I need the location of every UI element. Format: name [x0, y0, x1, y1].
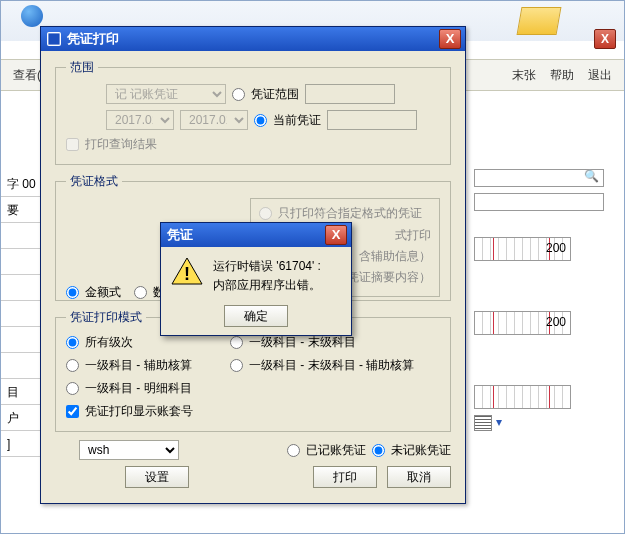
- warning-icon: !: [171, 257, 203, 285]
- chk-print-query[interactable]: 打印查询结果: [66, 136, 157, 153]
- radio-l1-end-aux[interactable]: 一级科目 - 末级科目 - 辅助核算: [230, 357, 414, 374]
- error-titlebar[interactable]: 凭证 X: [161, 223, 351, 247]
- radio-booked[interactable]: 已记账凭证: [287, 442, 366, 459]
- toolbar-item-view[interactable]: 查看(: [13, 67, 41, 84]
- ok-button[interactable]: 确定: [224, 305, 288, 327]
- dialog-titlebar[interactable]: 凭证打印 X: [41, 27, 465, 51]
- radio-l1-aux[interactable]: 一级科目 - 辅助核算: [66, 357, 206, 374]
- radio-l1-end[interactable]: 一级科目 - 末级科目: [230, 334, 356, 351]
- error-title: 凭证: [167, 226, 193, 244]
- radio-voucher-range[interactable]: 凭证范围: [232, 86, 299, 103]
- error-dialog: 凭证 X ! 运行时错误 '61704' : 内部应用程序出错。 确定: [160, 222, 352, 336]
- account-select[interactable]: wsh: [79, 440, 179, 460]
- chk-show-account[interactable]: 凭证打印显示账套号: [66, 403, 193, 420]
- scope-legend: 范围: [66, 59, 98, 76]
- error-close-button[interactable]: X: [325, 225, 347, 245]
- date-from-select[interactable]: 2017.01: [106, 110, 174, 130]
- radio-specified-format: 只打印符合指定格式的凭证: [259, 205, 422, 222]
- radio-unbooked[interactable]: 未记账凭证: [372, 442, 451, 459]
- grid-toggle-icon[interactable]: [474, 415, 492, 431]
- svg-text:!: !: [184, 264, 190, 284]
- current-input[interactable]: [327, 110, 417, 130]
- toolbar-item-last[interactable]: 末张: [512, 67, 536, 84]
- radio-all-levels[interactable]: 所有级次: [66, 334, 206, 351]
- search-glyph[interactable]: 🔍: [584, 169, 599, 183]
- radio-l1-detail[interactable]: 一级科目 - 明细科目: [66, 380, 192, 397]
- radio-amount-style[interactable]: 金额式: [66, 284, 121, 301]
- window-icon: [47, 32, 61, 46]
- chevron-down-icon[interactable]: ▾: [496, 415, 510, 431]
- amount-grid: 200: [474, 237, 571, 261]
- mode-legend: 凭证打印模式: [66, 309, 146, 326]
- voucher-type-select[interactable]: 记 记账凭证: [106, 84, 226, 104]
- close-button[interactable]: X: [439, 29, 461, 49]
- scope-group: 范围 记 记账凭证 凭证范围 2017.01 2017.01: [55, 59, 451, 165]
- left-row-labels: 字 00 要 目 户 ]: [1, 171, 45, 457]
- toolbar-item-help[interactable]: 帮助: [550, 67, 574, 84]
- dialog-title: 凭证打印: [67, 30, 119, 48]
- range-input[interactable]: [305, 84, 395, 104]
- toolbar-item-exit[interactable]: 退出: [588, 67, 612, 84]
- date-to-select[interactable]: 2017.01: [180, 110, 248, 130]
- settings-button[interactable]: 设置: [125, 466, 189, 488]
- app-orb-icon: [21, 5, 43, 27]
- cancel-button[interactable]: 取消: [387, 466, 451, 488]
- format-legend: 凭证格式: [66, 173, 122, 190]
- amount-grid: [474, 385, 571, 409]
- amount-grid: 200: [474, 311, 571, 335]
- error-message: 运行时错误 '61704' : 内部应用程序出错。: [213, 257, 321, 295]
- print-button[interactable]: 打印: [313, 466, 377, 488]
- parent-close-button[interactable]: X: [594, 29, 616, 49]
- right-grid-column: 🔍 200 200 ▾: [474, 169, 604, 431]
- radio-current-voucher[interactable]: 当前凭证: [254, 112, 321, 129]
- svg-rect-0: [48, 33, 59, 44]
- folder-icon: [517, 7, 562, 35]
